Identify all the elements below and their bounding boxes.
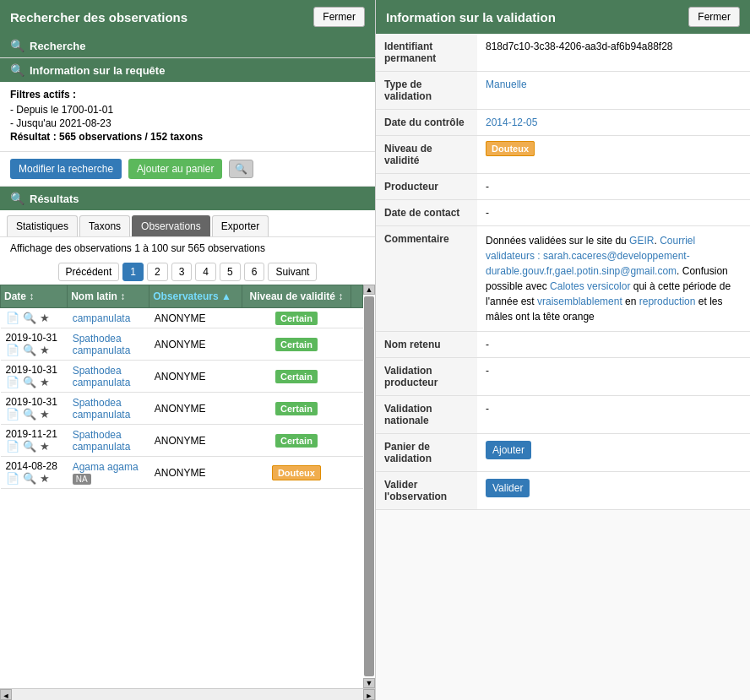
doc-icon[interactable]: 📄: [6, 312, 19, 324]
courriel-link[interactable]: Courriel validateurs : sarah.caceres@dev…: [486, 235, 695, 277]
cell-observateurs: ANONYME: [149, 425, 242, 457]
validation-info-table: Identifiant permanent 818d7c10-3c38-4206…: [376, 34, 750, 510]
value-identifiant: 818d7c10-3c38-4206-aa3d-af6b94a88f28: [477, 34, 750, 72]
tab-exporter[interactable]: Exporter: [212, 215, 269, 236]
scroll-thumb[interactable]: [364, 296, 374, 676]
add-panier-button[interactable]: Ajouter au panier: [128, 159, 222, 179]
value-date-controle: 2014-12-05: [477, 110, 750, 136]
vraisemblablement-link[interactable]: vraisemblablement: [537, 296, 622, 307]
doc-icon[interactable]: 📄: [6, 440, 19, 453]
nom-latin-link[interactable]: Spathodeacampanulata: [73, 333, 131, 356]
scroll-down-button[interactable]: ▼: [363, 678, 375, 688]
star-icon[interactable]: ★: [40, 472, 50, 485]
niveau-validite-badge: Douteux: [486, 141, 535, 156]
right-close-button[interactable]: Fermer: [688, 7, 740, 27]
niveau-badge: Douteux: [272, 465, 321, 480]
niveau-badge: Certain: [275, 338, 318, 351]
left-panel-title: Rechercher des observations: [10, 10, 188, 24]
cell-niveau: Certain: [242, 328, 351, 361]
star-icon[interactable]: ★: [40, 344, 50, 356]
hscroll-right-button[interactable]: ►: [363, 689, 375, 700]
info-row-nom-retenu: Nom retenu -: [376, 332, 750, 358]
info-row-niveau-validite: Niveau de validité Douteux: [376, 136, 750, 174]
date-controle-link[interactable]: 2014-12-05: [486, 117, 537, 128]
scroll-up-button[interactable]: ▲: [363, 285, 375, 295]
cell-niveau: Certain: [242, 361, 351, 393]
page-4-button[interactable]: 4: [195, 263, 216, 281]
nom-latin-link[interactable]: Spathodeacampanulata: [73, 397, 131, 421]
doc-icon[interactable]: 📄: [6, 376, 19, 388]
value-validation-nationale: -: [477, 396, 750, 434]
sort-icon-niveau: ↕: [338, 290, 343, 302]
reproduction-link[interactable]: reproduction: [639, 296, 696, 307]
col-date[interactable]: Date ↕: [1, 285, 68, 308]
type-validation-link[interactable]: Manuelle: [486, 79, 527, 90]
cell-date: 2019-10-31 📄 🔍 ★: [1, 393, 68, 425]
nom-latin-link[interactable]: campanulata: [73, 312, 131, 324]
page-5-button[interactable]: 5: [220, 263, 241, 281]
search-row-icon[interactable]: 🔍: [23, 408, 36, 421]
geir-link[interactable]: GEIR: [629, 235, 654, 247]
search-section-label: Recherche: [30, 40, 85, 52]
next-page-button[interactable]: Suivant: [268, 263, 317, 281]
search-row-icon[interactable]: 🔍: [23, 376, 36, 388]
nom-latin-link[interactable]: Agama agama: [73, 461, 139, 473]
table-row: 2019-10-31 📄 🔍 ★ Spathodeacampanulata: [1, 361, 363, 393]
tab-observations[interactable]: Observations: [132, 215, 210, 236]
doc-icon[interactable]: 📄: [6, 344, 19, 356]
label-validation-producteur: Validation producteur: [376, 358, 477, 396]
col-observateurs[interactable]: Observateurs ▲: [149, 285, 242, 308]
cell-date: 2019-10-31 📄 🔍 ★: [1, 328, 68, 361]
page-6-button[interactable]: 6: [244, 263, 265, 281]
value-valider-observation: Valider: [477, 472, 750, 510]
label-date-controle: Date du contrôle: [376, 110, 477, 136]
hscroll-track[interactable]: [12, 689, 363, 700]
cell-observateurs: ANONYME: [149, 328, 242, 361]
right-panel-title: Information sur la validation: [386, 10, 556, 24]
page-3-button[interactable]: 3: [171, 263, 193, 281]
label-commentaire: Commentaire: [376, 226, 477, 332]
info-row-commentaire: Commentaire Données validées sur le site…: [376, 226, 750, 332]
col-nom-latin[interactable]: Nom latin ↕: [68, 285, 149, 308]
valider-button[interactable]: Valider: [486, 479, 530, 497]
table-row: 2014-08-28 📄 🔍 ★ Agama agama NA: [1, 457, 363, 489]
results-section-label: Résultats: [30, 193, 79, 205]
modify-search-button[interactable]: Modifier la recherche: [10, 159, 122, 179]
info-section-label: Information sur la requête: [30, 64, 165, 77]
table-row: 📄 🔍 ★ campanulata ANONYME Certain: [1, 308, 363, 328]
search-row-icon[interactable]: 🔍: [23, 472, 36, 485]
hscroll-left-button[interactable]: ◄: [0, 689, 12, 700]
page-1-button[interactable]: 1: [122, 263, 144, 281]
nom-latin-link[interactable]: Spathodeacampanulata: [73, 429, 131, 453]
tab-taxons[interactable]: Taxons: [79, 215, 130, 236]
page-2-button[interactable]: 2: [147, 263, 168, 281]
col-niveau[interactable]: Niveau de validité ↕: [242, 285, 351, 308]
search-row-icon[interactable]: 🔍: [23, 344, 36, 356]
filters-title: Filtres actifs :: [10, 89, 365, 100]
doc-icon[interactable]: 📄: [6, 472, 19, 485]
cell-niveau: Certain: [242, 308, 351, 328]
star-icon[interactable]: ★: [40, 312, 50, 324]
star-icon[interactable]: ★: [40, 408, 50, 421]
info-row-identifiant: Identifiant permanent 818d7c10-3c38-4206…: [376, 34, 750, 72]
nom-latin-link[interactable]: Spathodeacampanulata: [73, 365, 131, 388]
search-row-icon[interactable]: 🔍: [23, 312, 36, 324]
tab-statistiques[interactable]: Statistiques: [7, 215, 78, 236]
cell-date: 2019-11-21 📄 🔍 ★: [1, 425, 68, 457]
comment-text: Données validées sur le site du GEIR. Co…: [486, 233, 742, 324]
label-valider-observation: Valider l'observation: [376, 472, 477, 510]
star-icon[interactable]: ★: [40, 440, 50, 453]
search-row-icon[interactable]: 🔍: [23, 440, 36, 453]
calotes-link[interactable]: Calotes versicolor: [550, 280, 630, 292]
star-icon[interactable]: ★: [40, 376, 50, 388]
prev-page-button[interactable]: Précédent: [58, 263, 120, 281]
search-action-icon-button[interactable]: 🔍: [229, 160, 253, 178]
cell-nom-latin: Spathodeacampanulata: [68, 425, 149, 457]
cell-niveau: Certain: [242, 393, 351, 425]
ajouter-panier-button[interactable]: Ajouter: [486, 441, 531, 459]
vertical-scrollbar[interactable]: ▲ ▼: [363, 285, 375, 688]
info-section-bar: 🔍 Information sur la requête: [0, 58, 375, 82]
doc-icon[interactable]: 📄: [6, 408, 19, 421]
left-close-button[interactable]: Fermer: [313, 7, 365, 27]
label-type-validation: Type de validation: [376, 72, 477, 110]
